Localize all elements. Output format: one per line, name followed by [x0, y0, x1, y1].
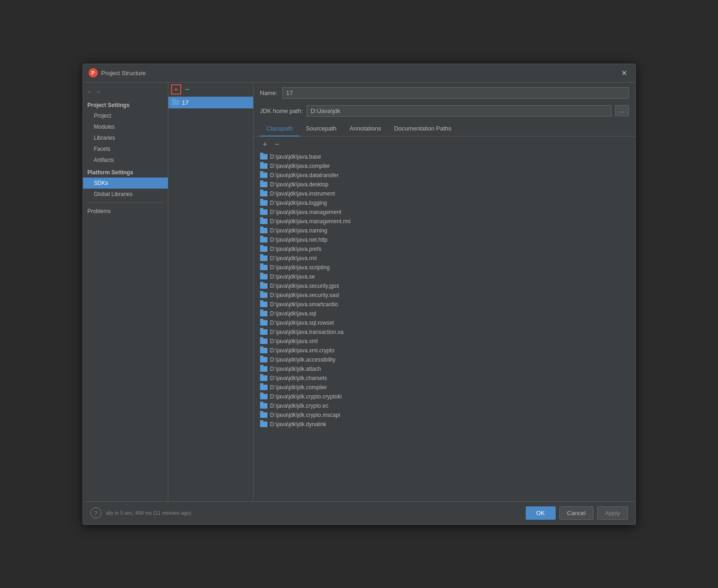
sdk-entry-name: 17: [182, 99, 189, 106]
list-item[interactable]: D:\java\jdk\java.transaction.xa: [257, 327, 632, 337]
classpath-toolbar: + −: [254, 137, 635, 152]
sdk-entry-17[interactable]: 17: [168, 97, 253, 108]
list-item[interactable]: D:\java\jdk\java.logging: [257, 198, 632, 208]
list-item[interactable]: D:\java\jdk\jdk.crypto.ec: [257, 401, 632, 410]
jdk-path-input[interactable]: [307, 105, 611, 117]
list-item[interactable]: D:\java\jdk\jdk.compiler: [257, 383, 632, 392]
list-item[interactable]: D:\java\jdk\jdk.accessibility: [257, 355, 632, 364]
folder-icon: [260, 209, 267, 215]
folder-icon: [260, 154, 267, 160]
list-item[interactable]: D:\java\jdk\java.management: [257, 208, 632, 217]
folder-icon: [260, 237, 267, 243]
folder-icon: [260, 265, 267, 270]
list-item[interactable]: D:\java\jdk\java.sql.rowset: [257, 318, 632, 327]
folder-icon: [260, 302, 267, 307]
folder-icon: [260, 274, 267, 279]
folder-icon: [260, 200, 267, 206]
list-item[interactable]: D:\java\jdk\jdk.charsets: [257, 374, 632, 383]
list-item[interactable]: D:\java\jdk\java.desktop: [257, 180, 632, 189]
sidebar-item-libraries[interactable]: Libraries: [83, 132, 168, 143]
folder-icon: [260, 422, 267, 427]
back-button[interactable]: ←: [87, 88, 93, 95]
list-item[interactable]: D:\java\jdk\java.sql: [257, 309, 632, 318]
status-text: ally in 5 sec, 459 ms (11 minutes ago): [106, 510, 191, 516]
folder-icon: [260, 191, 267, 196]
list-item[interactable]: D:\java\jdk\java.base: [257, 152, 632, 161]
nav-arrows: ← →: [83, 86, 168, 99]
tab-annotations[interactable]: Annotations: [343, 121, 388, 137]
tab-documentation-paths[interactable]: Documentation Paths: [387, 121, 457, 137]
sidebar-item-project[interactable]: Project: [83, 110, 168, 121]
sidebar-item-artifacts[interactable]: Artifacts: [83, 154, 168, 166]
folder-icon: [260, 348, 267, 353]
sidebar-item-global-libraries[interactable]: Global Libraries: [83, 189, 168, 200]
sdk-add-button[interactable]: +: [171, 84, 181, 95]
tab-sourcepath[interactable]: Sourcepath: [299, 121, 343, 137]
platform-settings-section: Platform Settings: [83, 166, 168, 178]
list-item[interactable]: D:\java\jdk\java.naming: [257, 226, 632, 235]
list-item[interactable]: D:\java\jdk\java.management.rmi: [257, 217, 632, 226]
forward-button[interactable]: →: [95, 88, 101, 95]
file-list: D:\java\jdk\java.baseD:\java\jdk\java.co…: [254, 152, 635, 501]
folder-icon: [260, 329, 267, 335]
folder-icon: [260, 320, 267, 326]
list-item[interactable]: D:\java\jdk\java.security.sasl: [257, 291, 632, 300]
list-item[interactable]: D:\java\jdk\java.xml: [257, 337, 632, 346]
folder-icon: [260, 255, 267, 261]
folder-icon: [260, 394, 267, 399]
list-item[interactable]: D:\java\jdk\java.instrument: [257, 189, 632, 198]
folder-icon: [260, 385, 267, 390]
apply-button[interactable]: Apply: [597, 506, 628, 520]
list-item[interactable]: D:\java\jdk\java.net.http: [257, 235, 632, 244]
folder-icon: [260, 311, 267, 316]
help-button[interactable]: ?: [90, 507, 101, 518]
sidebar-item-modules[interactable]: Modules: [83, 121, 168, 132]
tab-classpath[interactable]: Classpath: [260, 121, 300, 137]
sidebar-item-facets[interactable]: Facets: [83, 143, 168, 154]
list-item[interactable]: D:\java\jdk\java.se: [257, 272, 632, 281]
list-item[interactable]: D:\java\jdk\java.compiler: [257, 161, 632, 171]
classpath-remove-button[interactable]: −: [272, 139, 282, 149]
classpath-add-button[interactable]: +: [260, 139, 270, 149]
folder-icon: [260, 339, 267, 344]
folder-icon: [260, 172, 267, 178]
list-item[interactable]: D:\java\jdk\java.xml.crypto: [257, 346, 632, 355]
list-item[interactable]: D:\java\jdk\java.datatransfer: [257, 171, 632, 180]
list-item[interactable]: D:\java\jdk\jdk.crypto.mscapi: [257, 410, 632, 420]
list-item[interactable]: D:\java\jdk\java.security.jgss: [257, 281, 632, 291]
sdk-list-panel: + − 17: [168, 83, 254, 501]
sdk-folder-icon: [172, 100, 179, 105]
cancel-button[interactable]: Cancel: [559, 506, 593, 520]
sidebar-item-problems[interactable]: Problems: [83, 206, 168, 217]
dialog-title: Project Structure: [101, 70, 146, 77]
footer: ? ally in 5 sec, 459 ms (11 minutes ago)…: [83, 501, 635, 524]
list-item[interactable]: D:\java\jdk\java.smartcardio: [257, 300, 632, 309]
footer-left: ? ally in 5 sec, 459 ms (11 minutes ago): [90, 507, 191, 518]
folder-icon: [260, 219, 267, 224]
folder-icon: [260, 292, 267, 298]
name-row: Name:: [254, 83, 635, 103]
folder-icon: [260, 246, 267, 252]
list-item[interactable]: D:\java\jdk\jdk.dynalink: [257, 420, 632, 429]
folder-icon: [260, 182, 267, 187]
app-icon: P: [89, 68, 98, 77]
name-input[interactable]: [282, 87, 629, 99]
list-item[interactable]: D:\java\jdk\jdk.attach: [257, 364, 632, 374]
tabs: Classpath Sourcepath Annotations Documen…: [254, 121, 635, 137]
folder-icon: [260, 357, 267, 362]
list-item[interactable]: D:\java\jdk\jdk.crypto.cryptoki: [257, 392, 632, 401]
jdk-row: JDK home path: …: [254, 103, 635, 121]
sidebar: ← → Project Settings Project Modules Lib…: [83, 83, 168, 501]
folder-icon: [260, 366, 267, 372]
sidebar-item-sdks[interactable]: SDKs: [83, 178, 168, 189]
ok-button[interactable]: OK: [526, 506, 556, 520]
close-button[interactable]: ✕: [618, 68, 630, 78]
browse-button[interactable]: …: [615, 105, 629, 116]
list-item[interactable]: D:\java\jdk\java.rmi: [257, 254, 632, 263]
sdk-remove-button[interactable]: −: [182, 84, 192, 95]
list-item[interactable]: D:\java\jdk\java.scripting: [257, 263, 632, 272]
project-settings-section: Project Settings: [83, 99, 168, 110]
list-item[interactable]: D:\java\jdk\java.prefs: [257, 244, 632, 254]
folder-icon: [260, 375, 267, 381]
dialog-body: ← → Project Settings Project Modules Lib…: [83, 83, 635, 501]
